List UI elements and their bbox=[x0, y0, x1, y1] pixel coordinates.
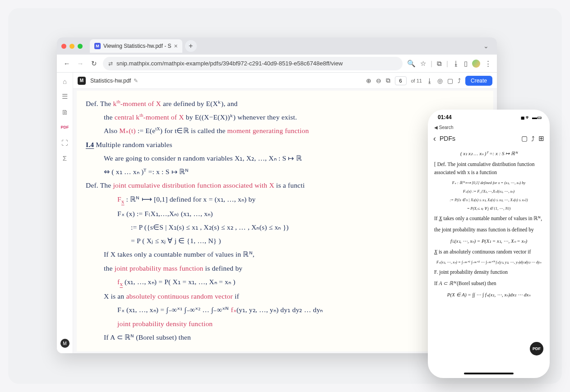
address-field[interactable]: ⇄ snip.mathpix.com/mathpix-example/pdfs/… bbox=[103, 57, 403, 70]
create-button[interactable]: Create bbox=[465, 76, 492, 86]
cast-icon[interactable]: ▢ bbox=[447, 77, 453, 84]
tabs-dropdown-icon[interactable]: ⌄ bbox=[480, 41, 492, 51]
breadcrumb-back[interactable]: ◀ Search bbox=[428, 125, 550, 131]
download-pdf-icon[interactable]: ⭳ bbox=[426, 77, 433, 84]
tab-strip: M Viewing Statistics-hw.pdf - S × + ⌄ bbox=[57, 37, 497, 55]
maximize-window-button[interactable] bbox=[78, 44, 83, 49]
phone-content[interactable]: ( x₁ x₂ … xₙ )ᵀ =: x : S ↦ ℝᴺ [ Def. The… bbox=[428, 146, 550, 302]
phone-device: 01:44 ᯤ ▬▭ ◀ Search ‹ PDFs ▢ ⤴ ⊞ ( x₁ x₂… bbox=[428, 110, 550, 378]
window-controls bbox=[61, 44, 83, 49]
phone-share-icon[interactable]: ⤴ bbox=[531, 135, 535, 143]
zoom-in-icon[interactable]: ⊕ bbox=[366, 77, 371, 84]
zoom-out-icon[interactable]: ⊖ bbox=[376, 77, 381, 84]
tree-icon[interactable]: ☰ bbox=[60, 92, 70, 101]
back-label[interactable]: PDFs bbox=[440, 135, 455, 142]
browser-menu-icon[interactable]: ⋮ bbox=[485, 60, 491, 68]
find-icon[interactable]: 🔍 bbox=[407, 60, 416, 68]
home-indicator[interactable] bbox=[464, 373, 514, 374]
download-icon[interactable]: ⭳ bbox=[453, 60, 459, 67]
formula-icon[interactable]: Σ bbox=[60, 153, 70, 163]
app-logo[interactable]: M bbox=[78, 77, 86, 85]
file-name[interactable]: Statistics-hw.pdf ✎ bbox=[90, 78, 138, 84]
phone-cast-icon[interactable]: ▢ bbox=[521, 134, 528, 143]
phone-status-bar: 01:44 ᯤ ▬▭ bbox=[428, 110, 550, 125]
extensions-icon[interactable]: ⧉ bbox=[437, 60, 442, 68]
app-toolbar: M Statistics-hw.pdf ✎ ⊕ ⊖ ⧉ of 11 ⭳ ◎ ▢ … bbox=[73, 73, 497, 89]
browser-tab[interactable]: M Viewing Statistics-hw.pdf - S × bbox=[90, 39, 182, 53]
bookmark-icon[interactable]: ☆ bbox=[420, 60, 426, 68]
page-total: of 11 bbox=[411, 78, 422, 83]
reload-icon[interactable]: ↻ bbox=[89, 60, 98, 68]
phone-time: 01:44 bbox=[438, 114, 452, 120]
phone-save-icon[interactable]: ⊞ bbox=[538, 134, 544, 143]
cellular-icon bbox=[521, 115, 524, 120]
phone-p1: [ Def. The joint cumulative distribution… bbox=[434, 161, 543, 177]
preview-icon[interactable]: ◎ bbox=[437, 77, 443, 84]
url-bar: ← → ↻ ⇄ snip.mathpix.com/mathpix-example… bbox=[57, 55, 497, 73]
tab-favicon: M bbox=[94, 43, 101, 49]
tab-title: Viewing Statistics-hw.pdf - S bbox=[103, 43, 171, 49]
battery-icon: ▬▭ bbox=[532, 115, 542, 120]
scan-icon[interactable]: ⛶ bbox=[60, 138, 70, 148]
phone-toolbar: ‹ PDFs ▢ ⤴ ⊞ bbox=[428, 131, 550, 146]
left-rail: ⌂ ☰ 🗎 PDF ⛶ Σ M bbox=[57, 73, 73, 353]
page-number-input[interactable] bbox=[395, 76, 407, 85]
document-icon[interactable]: 🗎 bbox=[60, 107, 70, 117]
profile-avatar[interactable] bbox=[472, 60, 480, 68]
back-chevron-icon[interactable]: ‹ bbox=[433, 134, 436, 143]
pdf-fab-button[interactable]: PDF bbox=[530, 342, 543, 355]
site-info-icon[interactable]: ⇄ bbox=[108, 60, 113, 67]
home-icon[interactable]: ⌂ bbox=[60, 76, 70, 86]
sidepanel-icon[interactable]: ▯ bbox=[464, 60, 468, 68]
share-icon[interactable]: ⤴ bbox=[458, 77, 461, 84]
user-avatar[interactable]: M bbox=[60, 339, 70, 348]
edit-name-icon[interactable]: ✎ bbox=[134, 78, 138, 84]
nav-forward-icon[interactable]: → bbox=[76, 60, 85, 67]
wifi-icon: ᯤ bbox=[525, 115, 530, 120]
file-name-text: Statistics-hw.pdf bbox=[90, 78, 131, 84]
minimize-window-button[interactable] bbox=[70, 44, 74, 49]
fit-icon[interactable]: ⧉ bbox=[386, 77, 390, 84]
browser-actions: 🔍 ☆ | ⧉ | ⭳ ▯ ⋮ bbox=[407, 60, 491, 68]
close-tab-icon[interactable]: × bbox=[174, 42, 178, 50]
pdf-icon[interactable]: PDF bbox=[60, 122, 70, 132]
close-window-button[interactable] bbox=[61, 44, 66, 49]
new-tab-button[interactable]: + bbox=[185, 40, 197, 52]
url-text: snip.mathpix.com/mathpix-example/pdfs/39… bbox=[116, 60, 343, 67]
nav-back-icon[interactable]: ← bbox=[62, 60, 71, 67]
phone-matrix: ( x₁ x₂ … xₙ )ᵀ =: x : S ↦ ℝᴺ bbox=[434, 150, 543, 157]
